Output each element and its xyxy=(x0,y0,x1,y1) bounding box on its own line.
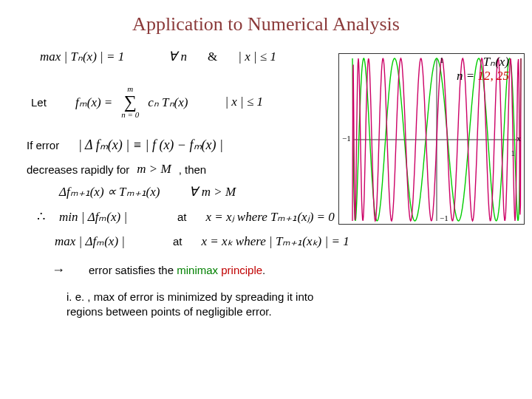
therefore-icon: ∴ xyxy=(37,208,52,225)
y-max-tick: 1 xyxy=(440,55,444,64)
y-min-tick: −1 xyxy=(440,214,449,222)
slide-body: Tₙ(x) n = 12, 25 x −1 1 1 −1 max | Tₙ(x)… xyxy=(0,49,532,320)
chart-title: Tₙ(x) n = 12, 25 xyxy=(457,55,509,83)
footer-text: i. e. , max of error is minimized by spr… xyxy=(66,290,332,320)
x-min-tick: −1 xyxy=(342,134,351,143)
minimax-line: → error satisfies the minimax principle. xyxy=(52,262,510,278)
eq-max-at: max | Δfₘ(x) | at x = xₖ where | Tₘ₊₁(xₖ… xyxy=(55,233,510,249)
sigma-icon: ∑ xyxy=(124,93,137,111)
rightarrow-icon: → xyxy=(52,262,81,278)
chebyshev-plot: Tₙ(x) n = 12, 25 x −1 1 1 −1 xyxy=(338,53,525,225)
x-axis-label: x xyxy=(517,134,522,143)
page-title: Application to Numerical Analysis xyxy=(0,13,532,35)
x-max-tick: 1 xyxy=(511,149,516,157)
